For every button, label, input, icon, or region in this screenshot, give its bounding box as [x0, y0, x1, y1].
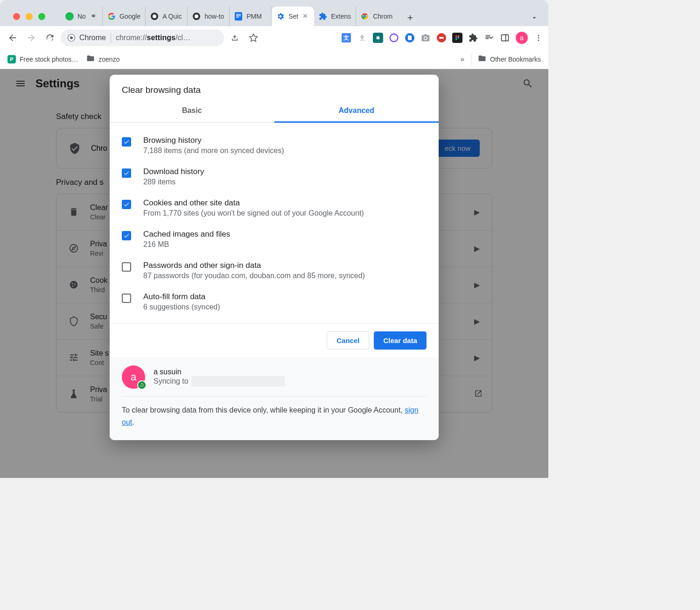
- svg-point-11: [70, 36, 73, 39]
- tabs-dropdown-button[interactable]: [526, 9, 543, 26]
- tab-spotify[interactable]: No: [61, 7, 103, 26]
- upload-icon[interactable]: [357, 33, 367, 43]
- google-icon: [107, 12, 116, 21]
- tab-advanced[interactable]: Advanced: [274, 100, 439, 123]
- side-panel-icon[interactable]: [500, 33, 510, 43]
- bookmark-item[interactable]: P Free stock photos…: [7, 55, 78, 63]
- profile-avatar[interactable]: a: [516, 32, 528, 44]
- reading-list-icon[interactable]: [484, 33, 494, 43]
- dialog-actions: Cancel Clear data: [110, 323, 439, 357]
- reload-button[interactable]: [42, 30, 58, 46]
- tab-title: Set: [288, 13, 298, 20]
- tab-howto[interactable]: how-to: [188, 7, 230, 26]
- extension-icon[interactable]: [373, 33, 383, 43]
- svg-point-28: [538, 37, 539, 39]
- dialog-body: Browsing history7,188 items (and more on…: [110, 123, 439, 323]
- svg-point-2: [153, 14, 156, 18]
- clear-item-browsing-history[interactable]: Browsing history7,188 items (and more on…: [122, 131, 427, 162]
- dialog-tabs: Basic Advanced: [110, 100, 439, 123]
- svg-point-4: [195, 14, 198, 18]
- address-bar[interactable]: Chrome chrome://settings/cl…: [61, 29, 224, 46]
- clear-item-passwords[interactable]: Passwords and other sign-in data87 passw…: [122, 256, 427, 287]
- figma-icon[interactable]: [452, 33, 462, 43]
- tab-quic[interactable]: A Quic: [146, 7, 188, 26]
- chip-label: Chrome: [79, 34, 106, 42]
- window-close-dot[interactable]: [13, 13, 20, 20]
- back-button[interactable]: [5, 30, 21, 46]
- checkbox-unchecked[interactable]: [122, 294, 131, 303]
- checkbox-checked[interactable]: [122, 231, 131, 240]
- clear-item-cookies[interactable]: Cookies and other site dataFrom 1,770 si…: [122, 194, 427, 225]
- tab-pmm[interactable]: PMM: [230, 7, 272, 26]
- site-identity-chip: Chrome: [67, 34, 106, 42]
- sync-name: a susuin: [154, 368, 285, 376]
- folder-icon: [86, 54, 95, 64]
- sync-badge-icon: [137, 380, 147, 390]
- translate-icon[interactable]: 文: [341, 33, 351, 43]
- share-button[interactable]: [227, 30, 243, 46]
- sync-avatar: a: [122, 365, 145, 389]
- bookmark-bar: P Free stock photos… zoenzo » Other Book…: [0, 49, 548, 69]
- svg-rect-8: [236, 17, 239, 18]
- checkbox-checked[interactable]: [122, 168, 131, 178]
- checkbox-checked[interactable]: [122, 137, 131, 147]
- site-icon: [192, 12, 201, 21]
- spotify-icon: [65, 12, 74, 21]
- puzzle-icon: [319, 12, 327, 21]
- sync-status: Syncing to: [154, 376, 285, 386]
- tab-title: No: [77, 13, 87, 20]
- svg-rect-19: [439, 37, 444, 39]
- bookmark-label: Other Bookmarks: [490, 56, 541, 63]
- tab-extensions[interactable]: Extens: [314, 7, 356, 26]
- tab-title: Extens: [331, 13, 351, 20]
- divider: [471, 53, 471, 65]
- svg-rect-7: [236, 15, 241, 16]
- site-icon: [150, 12, 159, 21]
- dialog-title: Clear browsing data: [110, 75, 439, 100]
- tab-title: Chrom: [373, 13, 393, 20]
- tab-basic[interactable]: Basic: [110, 100, 274, 123]
- clear-item-autofill[interactable]: Auto-fill form data6 suggestions (synced…: [122, 287, 427, 319]
- extension-icon[interactable]: [389, 33, 399, 43]
- forward-button[interactable]: [23, 30, 39, 46]
- gear-icon: [276, 12, 285, 21]
- mac-window-controls: [13, 13, 45, 20]
- extension-icons: 文 a: [341, 32, 544, 44]
- tab-sound-icon: [91, 13, 98, 21]
- tab-settings[interactable]: Set: [272, 7, 314, 26]
- omnibox-divider: [111, 33, 111, 43]
- page-content: Settings Safety check Chro eck now Priva…: [0, 69, 548, 478]
- window-maximize-dot[interactable]: [38, 13, 45, 20]
- bookmark-overflow-button[interactable]: »: [460, 55, 464, 63]
- clear-data-dialog: Clear browsing data Basic Advanced Brows…: [110, 75, 439, 440]
- bookmark-folder[interactable]: zoenzo: [86, 54, 119, 64]
- chrome-icon: [361, 12, 369, 21]
- camera-icon[interactable]: [420, 33, 431, 43]
- clear-item-download-history[interactable]: Download history289 items: [122, 162, 427, 194]
- other-bookmarks-button[interactable]: Other Bookmarks: [478, 54, 541, 64]
- tab-title: PMM: [246, 13, 266, 20]
- clear-item-cache[interactable]: Cached images and files216 MB: [122, 225, 427, 256]
- extension-icon[interactable]: [436, 33, 447, 43]
- extension-icon[interactable]: [405, 33, 415, 43]
- tab-chrome[interactable]: Chrom: [356, 7, 398, 26]
- svg-rect-25: [502, 35, 509, 41]
- tab-google[interactable]: Google: [103, 7, 146, 26]
- checkbox-unchecked[interactable]: [122, 262, 131, 272]
- extensions-button[interactable]: [468, 33, 478, 43]
- clear-data-button[interactable]: Clear data: [374, 331, 427, 350]
- clear-item-site-settings[interactable]: Site settings: [122, 319, 427, 323]
- svg-point-22: [455, 37, 457, 39]
- chrome-menu-button[interactable]: [533, 33, 544, 43]
- svg-point-23: [458, 37, 460, 39]
- sync-email-redacted: [191, 376, 285, 386]
- svg-text:文: 文: [343, 35, 349, 41]
- bookmark-star-button[interactable]: [245, 30, 261, 46]
- checkbox-checked[interactable]: [122, 200, 131, 209]
- svg-rect-5: [235, 12, 242, 21]
- window-minimize-dot[interactable]: [26, 13, 33, 20]
- new-tab-button[interactable]: [402, 9, 419, 26]
- svg-point-0: [65, 12, 74, 21]
- cancel-button[interactable]: Cancel: [327, 331, 369, 350]
- close-icon[interactable]: [302, 13, 309, 20]
